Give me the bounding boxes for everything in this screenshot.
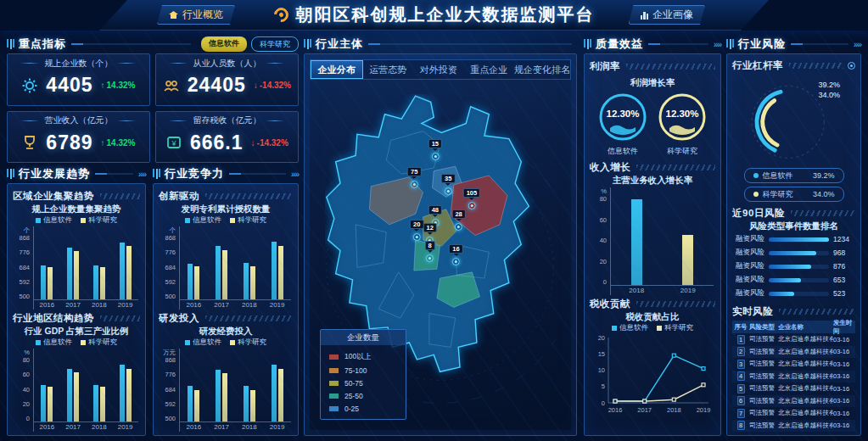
hbar-row: 融资风险653 <box>732 273 855 287</box>
delta-value: 14.32% <box>107 138 136 148</box>
series-filter-badges: 信息软件科学研究 <box>201 36 299 52</box>
legend-label: 信息软件 <box>619 323 648 333</box>
stat-label: 留存税收（亿元） <box>193 114 260 126</box>
bar <box>216 246 221 299</box>
map-legend: 企业数量 100以上75-10050-7525-500-25 <box>320 329 406 420</box>
coins-icon: ¥ <box>165 134 182 151</box>
donut-value: 39.2% <box>818 80 840 90</box>
gear-icon[interactable] <box>848 62 855 70</box>
legend-item: 科学研究 <box>81 338 117 348</box>
row-index: 2 <box>732 347 749 356</box>
table-row[interactable]: 2司法预警北京启迪卓越科技有限公司03-16 <box>732 346 855 359</box>
more-icon[interactable]: »» <box>138 170 146 179</box>
risk-title: 行业风险 <box>738 36 786 52</box>
legend-item: 科学研究 <box>230 338 266 348</box>
chart-title: 规上企业数量集聚趋势 <box>13 204 140 215</box>
stat-label: 从业人员数（人） <box>193 58 260 70</box>
arrow-up-icon: ↑ <box>101 81 105 90</box>
nav-industry-overview-button[interactable]: 行业概览 <box>157 5 235 25</box>
legend-item: 信息软件 <box>185 338 221 348</box>
hbar-label: 融资风险 <box>732 261 764 271</box>
map-pin[interactable]: 20 <box>410 220 423 241</box>
chart-title: 主营业务收入增长率 <box>590 175 715 187</box>
map-legend-item: 50-75 <box>321 377 406 389</box>
industry-main-header: 行业主体 <box>304 37 577 51</box>
chart-title: 风险类型事件数量排名 <box>732 220 855 232</box>
svg-text:15: 15 <box>598 350 605 358</box>
tab-企业分布[interactable]: 企业分布 <box>311 60 363 79</box>
badge-科学研究[interactable]: 科学研究 <box>251 36 299 52</box>
table-row[interactable]: 7司法预警北京启迪卓越科技有限公司03-16 <box>732 407 855 420</box>
profit-subtitle: 利润增长率 <box>590 77 715 89</box>
bar <box>126 246 132 299</box>
gdp-heading: 行业地区结构趋势 <box>13 312 94 325</box>
tab-规企变化排名[interactable]: 规企变化排名 <box>514 60 570 79</box>
legend-swatch <box>185 218 190 223</box>
stat-cards-grid: 规上企业数（个）4405↑14.32%从业人员数（人）24405↓-14.32%… <box>7 53 299 163</box>
stat-delta: ↓-14.32% <box>251 138 288 148</box>
line-chart: 051015202016201720182019 <box>590 333 715 432</box>
arrow-down-icon: ↓ <box>251 138 255 148</box>
pin-value: 75 <box>407 167 421 176</box>
risk-header: 行业风险 »» <box>726 37 861 51</box>
tick-label: 80 <box>13 356 30 364</box>
hatch-decoration <box>791 210 855 216</box>
bar-group: 2016 <box>180 226 208 310</box>
more-icon[interactable]: »» <box>854 40 861 49</box>
risk-type-cell: 司法预警 <box>749 409 778 417</box>
column-header: 序号 <box>732 323 749 332</box>
divider <box>791 43 848 45</box>
table-row[interactable]: 5司法预警北京启迪卓越科技有限公司03-16 <box>732 382 855 395</box>
table-row[interactable]: 8司法预警北京启迪卓越科技有限公司03-16 <box>732 420 855 433</box>
legend-swatch <box>329 394 339 399</box>
table-row[interactable]: 6司法预警北京启迪卓越科技有限公司03-16 <box>732 395 855 408</box>
hatch-decoration <box>779 309 855 315</box>
bar-group: 2019 <box>112 349 138 432</box>
risk-type-cell: 司法预警 <box>749 397 778 405</box>
more-icon[interactable]: »» <box>714 40 721 49</box>
legend-swatch <box>329 368 339 373</box>
bar <box>93 385 98 421</box>
district-map: 15753510548282012816 企业数量 100以上75-10050-… <box>310 80 571 430</box>
tab-重点企业[interactable]: 重点企业 <box>464 60 515 79</box>
svg-text:2016: 2016 <box>608 406 623 414</box>
tab-对外投资[interactable]: 对外投资 <box>413 60 464 79</box>
competitiveness-panel: 行业竞争力 »» 创新驱动 发明专利累计授权数量信息软件科学研究个8687766… <box>153 167 299 436</box>
more-icon[interactable]: »» <box>291 170 299 179</box>
tab-运营态势[interactable]: 运营态势 <box>363 60 414 79</box>
y-axis: 万元868776684592500 <box>159 349 179 432</box>
table-row[interactable]: 4司法预警北京启迪卓越科技有限公司03-16 <box>732 371 855 383</box>
map-pin[interactable]: 8 <box>425 241 435 262</box>
stat-body: ¥666.1↓-14.32% <box>163 127 291 159</box>
risk-type-cell: 司法预警 <box>749 360 778 368</box>
row-index: 5 <box>732 384 749 394</box>
nav-enterprise-portrait-button[interactable]: 企业画像 <box>629 5 706 25</box>
table-row[interactable]: 1司法预警北京启迪卓越科技有限公司03-16 <box>732 333 855 346</box>
bar-group: 2018 <box>236 349 264 432</box>
section-bars-icon <box>7 169 14 179</box>
svg-text:2017: 2017 <box>637 406 652 414</box>
chart-legend: 信息软件科学研究 <box>13 215 140 226</box>
map-pin[interactable]: 16 <box>449 244 462 265</box>
section-bars-icon <box>726 39 734 49</box>
bar-group: 2018 <box>611 187 663 295</box>
pin-dot-icon <box>468 202 475 209</box>
quality-header: 质量效益 »» <box>584 37 721 51</box>
divider <box>95 173 133 175</box>
divider <box>20 120 39 121</box>
map-pin[interactable]: 28 <box>451 209 465 231</box>
category-label: 2017 <box>214 422 229 432</box>
pin-value: 105 <box>463 188 481 198</box>
map-pin[interactable]: 75 <box>407 167 421 188</box>
legend-label: 50-75 <box>344 379 363 388</box>
home-icon <box>169 11 178 19</box>
bar-group: 2016 <box>180 349 208 432</box>
map-pin[interactable]: 15 <box>428 139 442 160</box>
map-pin[interactable]: 105 <box>463 188 481 209</box>
stat-label-row: 规上企业数（个） <box>14 57 143 70</box>
badge-信息软件[interactable]: 信息软件 <box>201 36 247 52</box>
table-row[interactable]: 3司法预警北京启迪卓越科技有限公司03-16 <box>732 358 855 371</box>
map-pin[interactable]: 35 <box>441 174 455 195</box>
row-index: 4 <box>732 371 749 381</box>
y-axis: 个868776684592500 <box>159 226 179 310</box>
